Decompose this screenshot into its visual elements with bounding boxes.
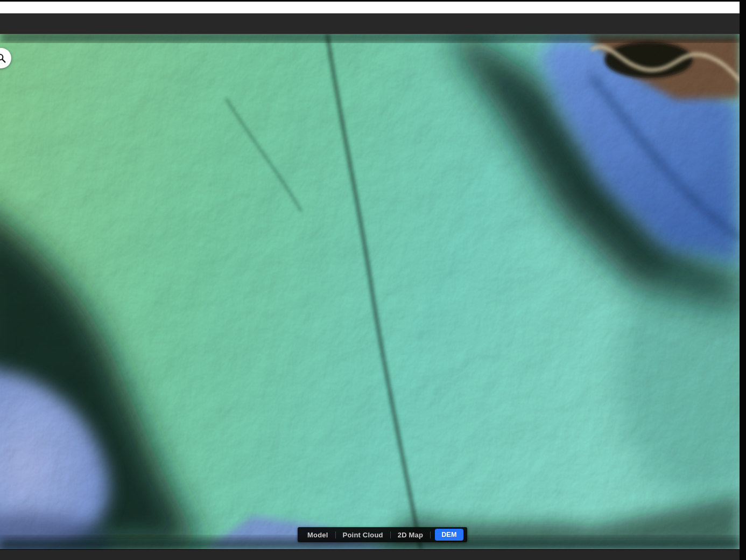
dem-3d-viewport[interactable]: Model Point Cloud 2D Map DEM	[0, 34, 741, 549]
tab-model[interactable]: Model	[300, 527, 335, 542]
window-bottom-bar	[0, 549, 746, 560]
view-switcher: Model Point Cloud 2D Map DEM	[298, 527, 467, 542]
tab-dem[interactable]: DEM	[435, 529, 463, 541]
dem-terrain-canvas[interactable]	[0, 34, 741, 549]
divider	[430, 531, 431, 538]
window-right-edge	[740, 0, 746, 560]
tab-point-cloud[interactable]: Point Cloud	[336, 527, 390, 542]
search-icon	[0, 52, 7, 64]
browser-titlebar	[0, 2, 746, 13]
hillshade-detail-overlay	[0, 34, 741, 549]
app-header-bar	[0, 13, 746, 34]
tab-2d-map[interactable]: 2D Map	[391, 527, 430, 542]
app-window: Model Point Cloud 2D Map DEM	[0, 0, 746, 560]
